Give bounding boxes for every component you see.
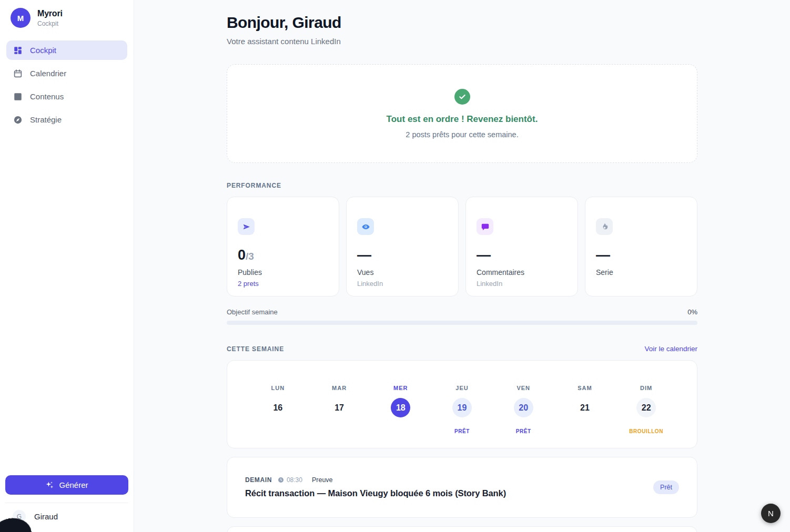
perf-card-vues[interactable]: — Vues LinkedIn [346,197,459,296]
post-title: Récit transaction — Maison Vieugy bloqué… [245,488,506,498]
perf-value: 0 [238,247,246,263]
objective-progress-bar [227,321,697,325]
perf-sub: LinkedIn [477,280,567,288]
page-title: Bonjour, Giraud [227,14,697,32]
page-subtitle: Votre assistant contenu LinkedIn [227,37,697,46]
floating-n-button[interactable]: N [761,504,781,523]
day-name: JEU [431,385,493,391]
perf-label: Commentaires [477,268,567,277]
perf-value-suffix: /3 [246,251,254,262]
sidebar-item-contenus[interactable]: Contenus [6,87,127,106]
main-area: Bonjour, Giraud Votre assistant contenu … [134,0,790,532]
post-status-badge: Prêt [653,480,679,494]
post-day: DEMAIN [245,476,272,484]
perf-label: Vues [357,268,448,277]
comment-icon [477,218,493,235]
sidebar-item-label: Stratégie [30,115,62,124]
day-status [309,428,370,435]
calendar-icon [13,69,23,78]
day-number: 16 [268,398,288,417]
user-name: Giraud [34,512,58,521]
compass-icon [13,115,23,125]
day-cell-mer-today[interactable]: MER 18 [370,385,431,448]
dashboard-icon [13,46,23,55]
perf-card-commentaires[interactable]: — Commentaires LinkedIn [465,197,578,296]
sidebar-item-cockpit[interactable]: Cockpit [6,40,127,60]
post-card[interactable]: DEMAIN 08:30 Preuve Récit transaction — … [227,457,697,518]
day-name: SAM [554,385,616,391]
day-number: 21 [575,398,594,417]
post-card[interactable]: VEN 20 12:00 Point de vue Point de vue m… [227,526,697,532]
day-cell-jeu[interactable]: JEU 19 PRÊT [431,385,493,448]
brand-initial: M [17,14,24,23]
day-cell-dim[interactable]: DIM 22 BROUILLON [615,385,677,448]
day-number: 17 [330,398,349,417]
day-cell-mar[interactable]: MAR 17 [309,385,370,448]
day-status [554,428,616,435]
generate-button-label: Générer [59,480,88,489]
send-icon [238,218,255,235]
day-name: VEN [493,385,554,391]
status-card: Tout est en ordre ! Revenez bientôt. 2 p… [227,64,697,163]
day-status: PRÊT [493,428,554,435]
perf-label: Serie [596,268,686,277]
day-number: 18 [391,398,410,417]
brand-name: Myrori [37,9,63,18]
sidebar: M Myrori Cockpit Cockpit Calendrier [0,0,134,532]
view-calendar-link[interactable]: Voir le calendrier [644,345,697,353]
sidebar-item-label: Calendrier [30,69,66,78]
day-name: MER [370,385,431,391]
clock-icon [278,477,284,483]
status-subtitle: 2 posts prêts pour cette semaine. [406,130,518,139]
perf-card-publies[interactable]: 0/3 Publies 2 prets [227,197,339,296]
perf-value: — [477,247,491,263]
perf-card-serie[interactable]: — Serie [585,197,697,296]
check-circle-icon [454,89,470,105]
brand-avatar: M [11,8,31,28]
post-time-label: 08:30 [287,476,302,484]
flame-icon [596,218,613,235]
day-name: LUN [247,385,309,391]
sidebar-item-label: Contenus [30,92,64,101]
perf-label: Publies [238,268,328,277]
objective-value: 0% [687,308,697,316]
contents-icon [13,92,23,101]
brand: M Myrori Cockpit [0,0,134,33]
perf-value: — [357,247,371,263]
perf-sub-ready-link[interactable]: 2 prets [238,280,328,288]
day-number: 22 [636,398,656,417]
day-cell-ven[interactable]: VEN 20 PRÊT [493,385,554,448]
day-status: PRÊT [431,428,493,435]
brand-subtitle: Cockpit [37,20,63,27]
day-cell-lun[interactable]: LUN 16 [247,385,309,448]
status-title: Tout est en ordre ! Revenez bientôt. [387,114,538,125]
sidebar-nav: Cockpit Calendrier Contenus [0,33,134,133]
day-status [247,428,309,435]
day-name: MAR [309,385,370,391]
performance-cards: 0/3 Publies 2 prets — Vues LinkedIn [227,197,697,296]
sidebar-item-strategie[interactable]: Stratégie [6,110,127,129]
sidebar-item-label: Cockpit [30,46,56,55]
post-tag: Preuve [312,476,333,484]
day-cell-sam[interactable]: SAM 21 [554,385,616,448]
week-card: LUN 16 MAR 17 MER 18 JEU 19 PRÊT VEN [227,360,697,448]
sparkles-icon [45,480,54,489]
objective-label: Objectif semaine [227,308,278,316]
eye-icon [357,218,374,235]
day-number: 20 [514,398,533,417]
perf-value: — [596,247,610,263]
day-name: DIM [615,385,677,391]
week-section-label: CETTE SEMAINE [227,345,284,353]
generate-button[interactable]: Générer [5,475,128,495]
day-status [370,428,431,435]
perf-sub: LinkedIn [357,280,448,288]
sidebar-item-calendrier[interactable]: Calendrier [6,64,127,83]
performance-section-label: PERFORMANCE [227,182,697,189]
day-status: BROUILLON [615,428,677,435]
day-number: 19 [452,398,472,417]
